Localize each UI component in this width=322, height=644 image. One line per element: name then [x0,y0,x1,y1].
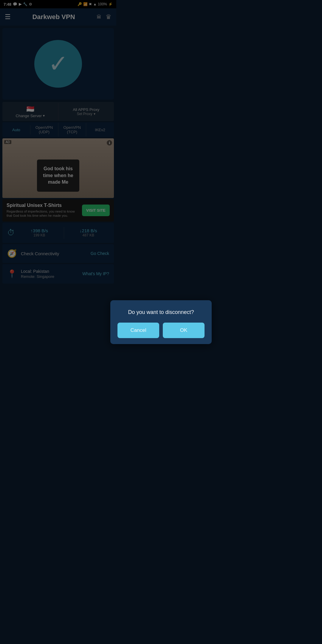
dialog-overlay: Do you want to disconnect? Cancel OK [0,0,116,285]
